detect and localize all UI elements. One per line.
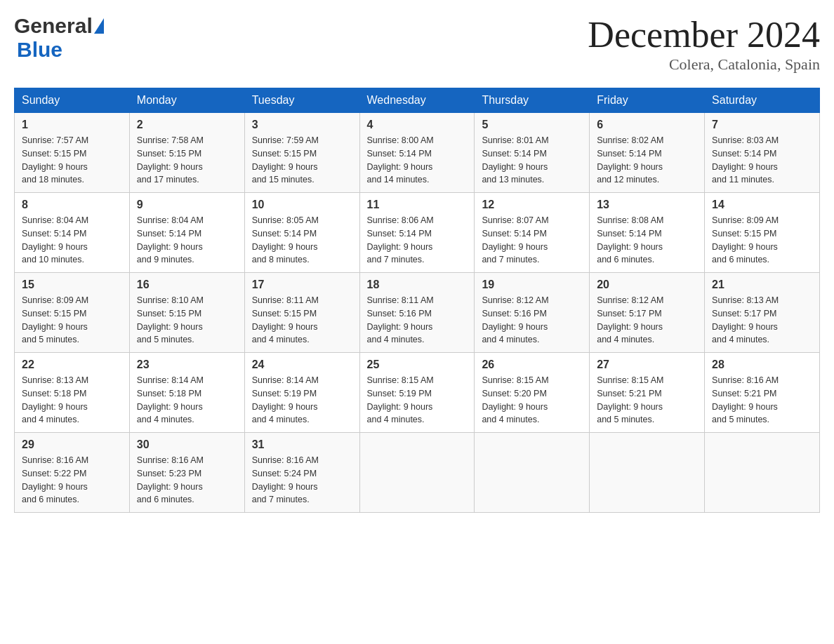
day-info: Sunrise: 8:16 AM Sunset: 5:24 PM Dayligh… [252, 454, 352, 507]
day-info: Sunrise: 8:12 AM Sunset: 5:17 PM Dayligh… [597, 294, 697, 347]
day-info: Sunrise: 8:02 AM Sunset: 5:14 PM Dayligh… [597, 134, 697, 187]
day-info: Sunrise: 8:11 AM Sunset: 5:15 PM Dayligh… [252, 294, 352, 347]
day-cell-27: 27 Sunrise: 8:15 AM Sunset: 5:21 PM Dayl… [590, 353, 705, 433]
empty-cell-4-6 [705, 433, 820, 513]
day-cell-1: 1 Sunrise: 7:57 AM Sunset: 5:15 PM Dayli… [15, 113, 130, 193]
day-cell-6: 6 Sunrise: 8:02 AM Sunset: 5:14 PM Dayli… [590, 113, 705, 193]
header-thursday: Thursday [475, 88, 590, 113]
day-cell-2: 2 Sunrise: 7:58 AM Sunset: 5:15 PM Dayli… [129, 113, 244, 193]
day-number: 15 [22, 279, 122, 291]
page-header: General Blue December 2024 Colera, Catal… [14, 14, 820, 74]
day-cell-8: 8 Sunrise: 8:04 AM Sunset: 5:14 PM Dayli… [15, 193, 130, 273]
day-number: 18 [367, 279, 468, 291]
day-number: 1 [22, 119, 122, 131]
day-number: 19 [482, 279, 582, 291]
day-cell-7: 7 Sunrise: 8:03 AM Sunset: 5:14 PM Dayli… [705, 113, 820, 193]
calendar-table: SundayMondayTuesdayWednesdayThursdayFrid… [14, 88, 820, 513]
day-cell-4: 4 Sunrise: 8:00 AM Sunset: 5:14 PM Dayli… [359, 113, 475, 193]
day-info: Sunrise: 8:09 AM Sunset: 5:15 PM Dayligh… [22, 294, 122, 347]
day-info: Sunrise: 8:05 AM Sunset: 5:14 PM Dayligh… [252, 214, 352, 267]
day-cell-13: 13 Sunrise: 8:08 AM Sunset: 5:14 PM Dayl… [590, 193, 705, 273]
day-info: Sunrise: 8:16 AM Sunset: 5:22 PM Dayligh… [22, 454, 122, 507]
day-info: Sunrise: 8:10 AM Sunset: 5:15 PM Dayligh… [137, 294, 237, 347]
day-number: 6 [597, 119, 697, 131]
day-cell-15: 15 Sunrise: 8:09 AM Sunset: 5:15 PM Dayl… [15, 273, 130, 353]
day-cell-5: 5 Sunrise: 8:01 AM Sunset: 5:14 PM Dayli… [475, 113, 590, 193]
day-number: 31 [252, 438, 352, 451]
day-number: 28 [712, 358, 812, 371]
day-info: Sunrise: 8:14 AM Sunset: 5:19 PM Dayligh… [252, 374, 352, 427]
empty-cell-4-3 [359, 433, 475, 513]
day-info: Sunrise: 8:09 AM Sunset: 5:15 PM Dayligh… [712, 214, 812, 267]
day-cell-25: 25 Sunrise: 8:15 AM Sunset: 5:19 PM Dayl… [359, 353, 475, 433]
day-number: 22 [22, 358, 122, 371]
day-info: Sunrise: 8:08 AM Sunset: 5:14 PM Dayligh… [597, 214, 697, 267]
day-number: 20 [597, 279, 697, 291]
header-tuesday: Tuesday [244, 88, 359, 113]
day-cell-23: 23 Sunrise: 8:14 AM Sunset: 5:18 PM Dayl… [129, 353, 244, 433]
day-info: Sunrise: 7:59 AM Sunset: 5:15 PM Dayligh… [252, 134, 352, 187]
logo: General Blue [14, 14, 104, 62]
day-cell-21: 21 Sunrise: 8:13 AM Sunset: 5:17 PM Dayl… [705, 273, 820, 353]
logo-general-text: General [14, 14, 93, 38]
day-info: Sunrise: 8:14 AM Sunset: 5:18 PM Dayligh… [137, 374, 237, 427]
header-monday: Monday [129, 88, 244, 113]
day-number: 14 [712, 199, 812, 211]
day-info: Sunrise: 8:12 AM Sunset: 5:16 PM Dayligh… [482, 294, 582, 347]
day-info: Sunrise: 8:06 AM Sunset: 5:14 PM Dayligh… [367, 214, 468, 267]
day-cell-22: 22 Sunrise: 8:13 AM Sunset: 5:18 PM Dayl… [15, 353, 130, 433]
day-info: Sunrise: 8:13 AM Sunset: 5:17 PM Dayligh… [712, 294, 812, 347]
day-cell-24: 24 Sunrise: 8:14 AM Sunset: 5:19 PM Dayl… [244, 353, 359, 433]
day-info: Sunrise: 8:16 AM Sunset: 5:23 PM Dayligh… [137, 454, 237, 507]
day-info: Sunrise: 7:57 AM Sunset: 5:15 PM Dayligh… [22, 134, 122, 187]
day-number: 21 [712, 279, 812, 291]
day-number: 30 [137, 438, 237, 451]
header-wednesday: Wednesday [359, 88, 475, 113]
day-number: 8 [22, 199, 122, 211]
day-cell-12: 12 Sunrise: 8:07 AM Sunset: 5:14 PM Dayl… [475, 193, 590, 273]
day-cell-10: 10 Sunrise: 8:05 AM Sunset: 5:14 PM Dayl… [244, 193, 359, 273]
day-cell-28: 28 Sunrise: 8:16 AM Sunset: 5:21 PM Dayl… [705, 353, 820, 433]
day-cell-29: 29 Sunrise: 8:16 AM Sunset: 5:22 PM Dayl… [15, 433, 130, 513]
day-number: 3 [252, 119, 352, 131]
day-cell-30: 30 Sunrise: 8:16 AM Sunset: 5:23 PM Dayl… [129, 433, 244, 513]
day-number: 4 [367, 119, 468, 131]
logo-triangle-icon [94, 18, 104, 34]
day-number: 5 [482, 119, 582, 131]
day-info: Sunrise: 8:15 AM Sunset: 5:21 PM Dayligh… [597, 374, 697, 427]
day-number: 9 [137, 199, 237, 211]
day-info: Sunrise: 8:00 AM Sunset: 5:14 PM Dayligh… [367, 134, 468, 187]
day-cell-3: 3 Sunrise: 7:59 AM Sunset: 5:15 PM Dayli… [244, 113, 359, 193]
day-number: 13 [597, 199, 697, 211]
day-info: Sunrise: 8:04 AM Sunset: 5:14 PM Dayligh… [137, 214, 237, 267]
day-number: 23 [137, 358, 237, 371]
day-number: 2 [137, 119, 237, 131]
day-info: Sunrise: 8:07 AM Sunset: 5:14 PM Dayligh… [482, 214, 582, 267]
day-number: 16 [137, 279, 237, 291]
day-number: 27 [597, 358, 697, 371]
day-number: 17 [252, 279, 352, 291]
day-number: 26 [482, 358, 582, 371]
day-info: Sunrise: 8:13 AM Sunset: 5:18 PM Dayligh… [22, 374, 122, 427]
day-cell-16: 16 Sunrise: 8:10 AM Sunset: 5:15 PM Dayl… [129, 273, 244, 353]
day-cell-9: 9 Sunrise: 8:04 AM Sunset: 5:14 PM Dayli… [129, 193, 244, 273]
month-year-title: December 2024 [588, 14, 820, 55]
day-info: Sunrise: 8:04 AM Sunset: 5:14 PM Dayligh… [22, 214, 122, 267]
day-info: Sunrise: 8:11 AM Sunset: 5:16 PM Dayligh… [367, 294, 468, 347]
day-info: Sunrise: 8:15 AM Sunset: 5:19 PM Dayligh… [367, 374, 468, 427]
header-sunday: Sunday [15, 88, 130, 113]
week-row-5: 29 Sunrise: 8:16 AM Sunset: 5:22 PM Dayl… [15, 433, 820, 513]
logo-blue-text: Blue [17, 38, 104, 62]
calendar-header-row: SundayMondayTuesdayWednesdayThursdayFrid… [15, 88, 820, 113]
day-number: 24 [252, 358, 352, 371]
header-saturday: Saturday [705, 88, 820, 113]
week-row-2: 8 Sunrise: 8:04 AM Sunset: 5:14 PM Dayli… [15, 193, 820, 273]
day-cell-19: 19 Sunrise: 8:12 AM Sunset: 5:16 PM Dayl… [475, 273, 590, 353]
day-cell-14: 14 Sunrise: 8:09 AM Sunset: 5:15 PM Dayl… [705, 193, 820, 273]
day-cell-20: 20 Sunrise: 8:12 AM Sunset: 5:17 PM Dayl… [590, 273, 705, 353]
week-row-1: 1 Sunrise: 7:57 AM Sunset: 5:15 PM Dayli… [15, 113, 820, 193]
day-info: Sunrise: 7:58 AM Sunset: 5:15 PM Dayligh… [137, 134, 237, 187]
day-info: Sunrise: 8:16 AM Sunset: 5:21 PM Dayligh… [712, 374, 812, 427]
day-info: Sunrise: 8:03 AM Sunset: 5:14 PM Dayligh… [712, 134, 812, 187]
day-cell-18: 18 Sunrise: 8:11 AM Sunset: 5:16 PM Dayl… [359, 273, 475, 353]
